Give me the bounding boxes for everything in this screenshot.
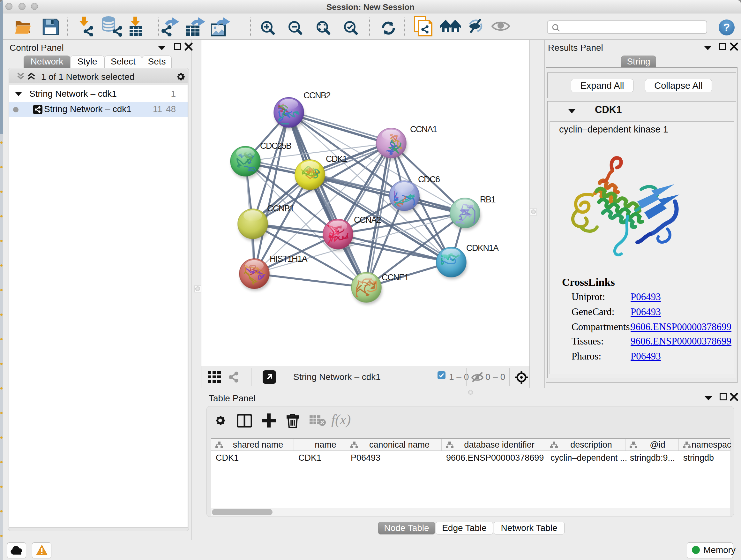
svg-text:CDK1: CDK1 [326,154,347,164]
svg-text:CCNB1: CCNB1 [267,204,294,213]
svg-text:CCNB2: CCNB2 [304,91,331,100]
svg-text:CDC6: CDC6 [418,175,440,184]
svg-text:CCNE1: CCNE1 [382,273,409,282]
svg-text:CDC25B: CDC25B [260,141,291,151]
svg-text:RB1: RB1 [480,195,495,204]
svg-text:HIST1H1A: HIST1H1A [270,254,308,264]
svg-text:CCNA2: CCNA2 [354,215,381,225]
svg-text:CCNA1: CCNA1 [410,125,437,134]
svg-text:CDKN1A: CDKN1A [466,243,499,253]
